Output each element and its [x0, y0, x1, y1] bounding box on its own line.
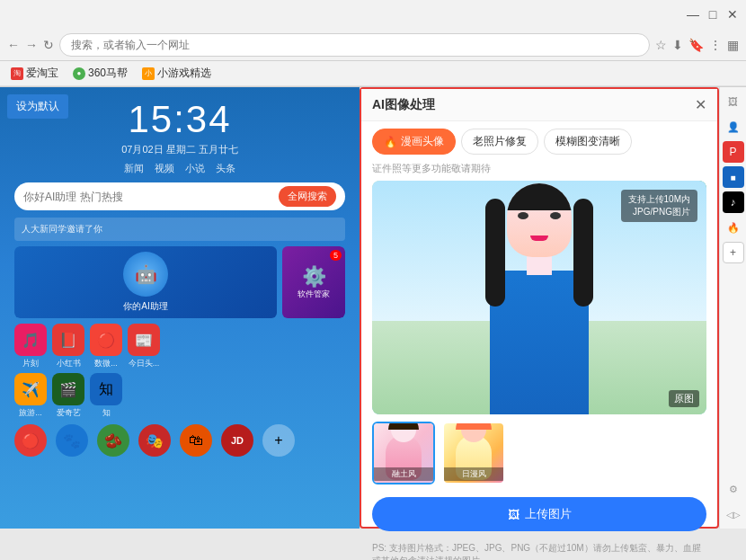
- bottom-icon-4[interactable]: 🎭: [138, 424, 171, 457]
- bookmark-games[interactable]: 小 小游戏精选: [138, 64, 215, 83]
- quick-link-novel[interactable]: 小说: [185, 162, 205, 175]
- weibo-icon: 🔴: [90, 324, 122, 356]
- ai-panel: AI图像处理 ✕ 🔥 漫画头像 老照片修复 模糊图变清晰 证件照等更多功能敬请期…: [360, 87, 719, 529]
- thumb-anime-label: 日漫风: [444, 467, 503, 481]
- forward-icon[interactable]: →: [25, 38, 38, 52]
- menu-icon[interactable]: ⋮: [709, 38, 722, 52]
- bottom-icon-5[interactable]: 🛍: [180, 424, 212, 457]
- ai-panel-title: AI图像处理: [372, 97, 435, 113]
- tab-manga-avatar[interactable]: 🔥 漫画头像: [372, 129, 456, 155]
- minimize-button[interactable]: —: [687, 8, 699, 21]
- toutiao-label: 今日头...: [129, 358, 160, 369]
- bookmark-360[interactable]: ● 360马帮: [69, 64, 131, 83]
- tabs-row: 🔥 漫画头像 老照片修复 模糊图变清晰: [361, 121, 717, 162]
- bookmark-360-label: 360马帮: [88, 66, 128, 81]
- app-weibo[interactable]: 🔴 数微...: [90, 324, 122, 369]
- sidebar-tiktok-icon[interactable]: ♪: [723, 191, 744, 213]
- software-icon: ⚙️: [302, 265, 326, 289]
- search-bar: 全网搜索: [14, 182, 345, 210]
- bottom-icon-2[interactable]: 🐾: [56, 424, 88, 457]
- weibo-label: 数微...: [94, 358, 118, 369]
- app-xiaohongshu[interactable]: 📕 小红书: [52, 324, 84, 369]
- xiaohongshu-label: 小红书: [57, 358, 81, 369]
- date: 07月02日 星期二 五月廿七: [0, 143, 360, 156]
- hint-line1: 支持上传10M内: [628, 193, 690, 206]
- bottom-icons: 🔴 🐾 🫘 🎭 🛍 JD +: [14, 424, 345, 457]
- thumb-clay[interactable]: 融土风: [372, 422, 435, 484]
- address-input[interactable]: [59, 33, 650, 57]
- quick-links: 新闻 视频 小说 头条: [0, 162, 360, 175]
- sidebar-settings-icon[interactable]: ⚙: [723, 478, 744, 500]
- bottom-icon-add[interactable]: +: [262, 424, 295, 457]
- news-item-1[interactable]: 人大新同学邀请了你: [22, 221, 338, 237]
- upload-icon: 🖼: [508, 508, 520, 521]
- tab-photo-restore[interactable]: 老照片修复: [461, 129, 538, 155]
- xiaohongshu-icon: 📕: [52, 324, 84, 356]
- main-image: 支持上传10M内 JPG/PNG图片 原图: [372, 181, 706, 414]
- set-default-button[interactable]: 设为默认: [7, 94, 68, 119]
- news-strip: 人大新同学邀请了你: [14, 218, 345, 241]
- bottom-icon-1[interactable]: 🔴: [14, 424, 47, 457]
- close-button[interactable]: ✕: [726, 8, 739, 21]
- address-bar: ← → ↻ ☆ ⬇ 🔖 ⋮ ▦: [0, 29, 746, 61]
- app-iqiyi[interactable]: 🎬 爱奇艺: [52, 373, 84, 419]
- image-hint: 支持上传10M内 JPG/PNG图片: [621, 190, 697, 222]
- sidebar-user-icon[interactable]: 👤: [723, 116, 744, 138]
- ai-robot-icon: 🤖: [123, 252, 168, 297]
- zhihu-icon: 知: [90, 373, 122, 405]
- tab-enhance[interactable]: 模糊图变清晰: [544, 129, 632, 155]
- sidebar-expand-icon[interactable]: ◁▷: [723, 503, 744, 525]
- sidebar-app-icon[interactable]: ■: [723, 166, 744, 188]
- bookmark-taobao-label: 爱淘宝: [26, 66, 58, 81]
- notification-badge: 5: [330, 250, 342, 261]
- upload-button[interactable]: 🖼 上传图片: [372, 497, 706, 531]
- iqiyi-label: 爱奇艺: [57, 407, 81, 419]
- app-pico[interactable]: 🎵 片刻: [14, 324, 47, 369]
- upload-label: 上传图片: [525, 506, 572, 522]
- bookmark-games-label: 小游戏精选: [157, 66, 211, 81]
- back-icon[interactable]: ←: [7, 38, 20, 52]
- app-zhihu[interactable]: 知 知: [90, 373, 122, 419]
- browser-page: 设为默认 15:34 07月02日 星期二 五月廿七 新闻 视频 小说 头条 全…: [0, 87, 360, 529]
- travel-icon: ✈️: [14, 373, 47, 405]
- maximize-button[interactable]: □: [706, 8, 719, 21]
- 360-icon: ●: [73, 67, 85, 80]
- quick-link-news[interactable]: 新闻: [124, 162, 144, 175]
- star-icon[interactable]: ☆: [655, 38, 667, 52]
- tab-photo-restore-label: 老照片修复: [473, 135, 527, 147]
- app-row-2: ✈️ 旅游... 🎬 爱奇艺 知 知: [14, 373, 345, 419]
- thumb-anime[interactable]: 日漫风: [442, 422, 505, 484]
- bottom-icon-3[interactable]: 🫘: [97, 424, 129, 457]
- ai-assistant-banner[interactable]: 🤖 你的AI助理: [14, 246, 277, 318]
- quick-link-trending[interactable]: 头条: [216, 162, 235, 175]
- bottom-icon-jd[interactable]: JD: [221, 424, 253, 457]
- iqiyi-icon: 🎬: [52, 373, 84, 405]
- sidebar-photo-icon[interactable]: 🖼: [723, 91, 744, 112]
- fire-icon: 🔥: [384, 136, 397, 148]
- bookmark-taobao[interactable]: 淘 爱淘宝: [7, 64, 62, 83]
- bookmark-icon[interactable]: 🔖: [688, 38, 704, 52]
- app-toutiao[interactable]: 📰 今日头...: [128, 324, 160, 369]
- right-sidebar: 🖼 👤 P ■ ♪ 🔥 + ⚙ ◁▷: [719, 87, 746, 529]
- sidebar-add-icon[interactable]: +: [723, 242, 744, 263]
- sidebar-p-icon[interactable]: P: [723, 141, 744, 163]
- refresh-icon[interactable]: ↻: [43, 38, 54, 52]
- pico-label: 片刻: [22, 358, 39, 369]
- search-button[interactable]: 全网搜索: [279, 186, 336, 207]
- quick-link-video[interactable]: 视频: [155, 162, 174, 175]
- games-icon: 小: [142, 67, 155, 80]
- download-icon[interactable]: ⬇: [672, 38, 683, 52]
- app-travel[interactable]: ✈️ 旅游...: [14, 373, 47, 419]
- ai-panel-close-button[interactable]: ✕: [695, 96, 706, 113]
- title-bar: — □ ✕: [0, 0, 746, 29]
- content-area: 设为默认 15:34 07月02日 星期二 五月廿七 新闻 视频 小说 头条 全…: [0, 87, 746, 529]
- software-manager-banner[interactable]: 5 ⚙️ 软件管家: [282, 246, 345, 318]
- tab-enhance-label: 模糊图变清晰: [555, 135, 620, 147]
- sidebar-toggle-icon[interactable]: ▦: [727, 38, 739, 52]
- ai-panel-header: AI图像处理 ✕: [361, 89, 717, 121]
- software-label: 软件管家: [298, 289, 330, 300]
- sidebar-fire-icon[interactable]: 🔥: [723, 217, 744, 238]
- search-input[interactable]: [23, 191, 279, 203]
- browser-chrome: — □ ✕ ← → ↻ ☆ ⬇ 🔖 ⋮ ▦ 淘 爱淘宝 ● 360马帮 小 小游…: [0, 0, 746, 87]
- image-display-area: 支持上传10M内 JPG/PNG图片 原图: [372, 181, 706, 414]
